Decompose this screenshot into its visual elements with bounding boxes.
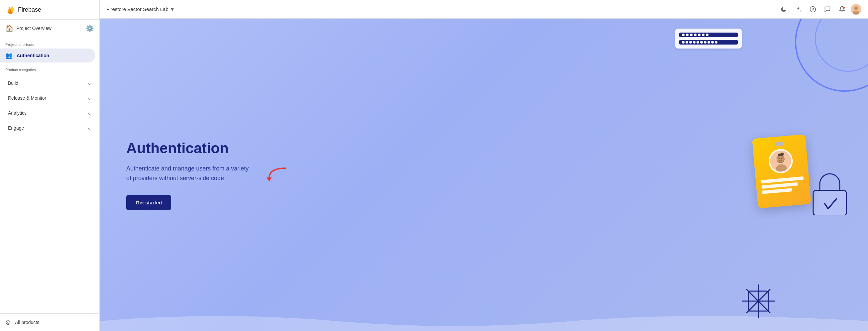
pw-dot-7	[704, 41, 707, 43]
pw-dot-9	[711, 41, 714, 43]
pw-dot-5	[696, 41, 699, 43]
get-started-button[interactable]: Get started	[126, 195, 171, 210]
engage-label: Engage	[8, 125, 24, 130]
lock-illustration	[811, 172, 848, 209]
help-button[interactable]	[807, 3, 819, 15]
build-label: Build	[8, 81, 18, 86]
topbar-left: Firestore Vector Search Lab ▼	[106, 6, 175, 12]
id-card-illustration	[752, 134, 811, 208]
firebase-flame-icon	[5, 5, 15, 14]
sidebar: Firebase 🏠 Project Overview ⚙️ Project s…	[0, 0, 100, 331]
main-content: Firestore Vector Search Lab ▼	[100, 0, 868, 331]
id-card-line-2	[761, 182, 798, 188]
lock-svg	[811, 172, 848, 215]
project-name: Firestore Vector Search Lab	[106, 6, 168, 12]
topbar-right	[778, 3, 861, 15]
dot-2	[686, 34, 688, 36]
dot-6	[702, 34, 705, 36]
pw-dot-3	[689, 41, 692, 43]
project-shortcuts-label: Project shortcuts	[0, 37, 99, 49]
svg-rect-21	[813, 190, 846, 215]
dot-4	[694, 34, 696, 36]
sidebar-categories: Build ⌄ Release & Monitor ⌄ Analytics ⌄ …	[0, 74, 99, 137]
sidebar-header: Firebase	[0, 0, 99, 20]
svg-marker-6	[267, 177, 272, 181]
pw-dot-4	[693, 41, 695, 43]
project-dropdown-icon[interactable]: ▼	[170, 6, 175, 12]
sidebar-item-build[interactable]: Build ⌄	[3, 76, 97, 90]
bell-icon	[839, 6, 845, 12]
avatar-svg	[851, 4, 861, 14]
dot-7	[706, 34, 709, 36]
login-password-row	[679, 40, 738, 44]
sparkle-button[interactable]	[792, 3, 804, 15]
dark-mode-button[interactable]	[778, 3, 789, 15]
sidebar-item-analytics[interactable]: Analytics ⌄	[3, 106, 97, 120]
star-svg	[742, 284, 775, 318]
id-card-lines	[761, 177, 805, 194]
sidebar-item-authentication[interactable]: 👥 Authentication	[0, 49, 95, 62]
chevron-down-icon-4: ⌄	[87, 125, 91, 131]
home-icon: 🏠	[5, 24, 13, 32]
pw-dot-1	[682, 41, 685, 43]
hero-title: Authentication	[126, 140, 253, 157]
pw-dot-6	[700, 41, 703, 43]
app-title: Firebase	[18, 6, 41, 13]
chevron-down-icon-3: ⌄	[87, 110, 91, 116]
chevron-down-icon: ⌄	[87, 80, 91, 86]
hero-content: Authentication Authenticate and manage u…	[126, 140, 253, 210]
hero-area: Authentication Authenticate and manage u…	[100, 19, 868, 331]
id-card-line-3	[762, 188, 792, 194]
hero-description: Authenticate and manage users from a var…	[126, 164, 253, 183]
sparkle-icon	[795, 6, 802, 12]
analytics-label: Analytics	[8, 110, 27, 116]
product-categories-label: Product categories	[0, 62, 99, 74]
login-form-illustration	[675, 29, 742, 49]
moon-icon	[780, 6, 787, 12]
grid-icon: ⊚	[5, 319, 11, 326]
sidebar-item-engage[interactable]: Engage ⌄	[3, 121, 97, 135]
id-card-clip	[775, 142, 783, 146]
star-decoration	[742, 284, 775, 318]
dot-3	[690, 34, 692, 36]
avatar-image	[851, 4, 861, 14]
sidebar-bottom: ⊚ All products	[0, 313, 99, 331]
sidebar-item-release-monitor[interactable]: Release & Monitor ⌄	[3, 91, 97, 105]
all-products-section[interactable]: ⊚ All products	[0, 313, 99, 331]
id-card-face-svg	[769, 150, 792, 173]
pw-dot-10	[715, 41, 717, 43]
pw-dot-2	[686, 41, 688, 43]
chat-icon	[824, 6, 831, 12]
project-overview-section[interactable]: 🏠 Project Overview ⚙️	[0, 20, 99, 37]
id-card-avatar	[768, 148, 794, 174]
arrow-indicator	[262, 165, 289, 183]
login-username-row	[679, 33, 738, 37]
notifications-button[interactable]	[836, 3, 848, 15]
svg-point-4	[854, 6, 858, 10]
divider	[80, 24, 81, 32]
help-icon	[809, 6, 816, 12]
topbar: Firestore Vector Search Lab ▼	[100, 0, 868, 19]
firebase-logo: Firebase	[5, 5, 41, 14]
people-icon: 👥	[5, 52, 12, 59]
svg-point-1	[812, 10, 813, 11]
arrow-svg	[262, 165, 289, 181]
dot-1	[682, 34, 685, 36]
settings-icon[interactable]: ⚙️	[86, 24, 94, 32]
all-products-label: All products	[15, 320, 39, 325]
chevron-down-icon-2: ⌄	[87, 95, 91, 101]
dot-5	[698, 34, 701, 36]
chat-button[interactable]	[822, 3, 833, 15]
user-avatar[interactable]	[851, 4, 861, 14]
svg-point-2	[843, 6, 845, 9]
pw-dot-8	[708, 41, 710, 43]
project-overview-label: Project Overview	[16, 26, 75, 31]
release-monitor-label: Release & Monitor	[8, 95, 46, 101]
authentication-label: Authentication	[17, 53, 49, 58]
